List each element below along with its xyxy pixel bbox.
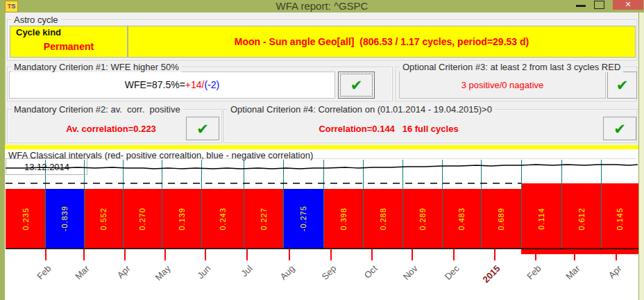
chart-bar: 0.114 (521, 183, 561, 254)
chart-gridline (442, 160, 443, 249)
chart-bar-value: 0.689 (497, 208, 505, 231)
app-icon: TS (5, 1, 18, 12)
checkmark-icon: ✔ (613, 122, 626, 136)
axis-month-label: Feb (18, 263, 53, 298)
chart-gridline (201, 160, 202, 249)
close-button[interactable]: ✕ (613, 0, 643, 10)
chart-gridline (244, 160, 244, 249)
checkmark-icon: ✔ (616, 78, 629, 92)
axis-tick (616, 249, 617, 260)
chart-gridline (402, 160, 403, 249)
chart-bar: 0.689 (481, 189, 521, 249)
criterion3-value-panel: 3 positive/0 nagative (399, 72, 606, 99)
wfa-intervals-chart: WFA Classical intervals (red- positive c… (5, 149, 638, 300)
criterion2-check-button[interactable]: ✔ (186, 117, 219, 140)
axis-month-label: Jul (219, 263, 254, 298)
checkmark-icon: ✔ (350, 78, 363, 92)
axis-month-label: Mar (56, 263, 91, 298)
chart-gridline (162, 160, 162, 249)
axis-tick (412, 249, 413, 260)
chart-gridline (123, 160, 124, 249)
criterion3-label: Optional Criterion #3: at least 2 from l… (400, 62, 623, 72)
wfe-value-black: WFE=87.5%= (125, 79, 185, 90)
chart-gridline (601, 160, 602, 249)
criterion2-value: Av. correlation=0.223 (28, 124, 194, 134)
chart-bar-value: 0.612 (577, 208, 586, 231)
chart-bar: 0.270 (123, 189, 162, 249)
chart-bar-value: -0.839 (60, 206, 69, 231)
axis-tick (124, 249, 126, 260)
window-title: WFA report: ^GSPC (0, 0, 644, 12)
axis-tick (330, 249, 332, 260)
chart-bar-value: 0.552 (99, 208, 108, 231)
price-line (6, 165, 638, 169)
axis-tick (164, 249, 166, 260)
chart-section-label: WFA Classical intervals (red- positive c… (8, 150, 313, 160)
chart-bar: 0.398 (323, 189, 363, 249)
chart-bar-value: 0.288 (379, 208, 387, 231)
criterion1-label: Mandatory Criterion #1: WFE higher 50% (11, 62, 182, 72)
criterion1-check-button[interactable]: ✔ (338, 72, 375, 99)
chart-bar: 0.612 (561, 183, 601, 254)
cycle-kind-box: Cycle kind Permanent (10, 26, 128, 58)
cycle-kind-value: Permanent (10, 41, 127, 52)
chart-bar-value: 0.139 (178, 208, 186, 231)
chart-bar: 0.483 (442, 189, 481, 249)
window-border-right (638, 12, 644, 300)
axis-month-label: Jun (178, 263, 212, 298)
axis-tick (45, 249, 46, 260)
axis-month-label: Feb (508, 263, 543, 298)
axis-month-label: 2015 (467, 263, 502, 298)
chart-bar-value: 0.114 (537, 208, 545, 230)
chart-bar-value: 0.243 (219, 208, 227, 231)
criterion4-label: Optional Criterion #4: Correlation on (0… (228, 104, 495, 115)
axis-month-label: May (137, 263, 172, 298)
chart-bar: 0.227 (244, 189, 283, 249)
chart-bar-value: -0.275 (299, 206, 307, 231)
chart-gridline (561, 160, 562, 249)
criterion3-check-button[interactable]: ✔ (607, 72, 637, 99)
axis-tick (453, 249, 455, 260)
chart-bar: 0.139 (162, 189, 201, 249)
date-annotation-box: 13.12.2014 (6, 158, 87, 175)
axis-tick (494, 249, 495, 260)
axis-tick (574, 249, 575, 260)
chart-bar: -0.839 (45, 189, 84, 249)
chart-bar: 0.288 (363, 189, 402, 249)
axis-month-label: Apr (588, 263, 623, 298)
astro-cycle-group-label: Astro cycle (11, 15, 61, 25)
minimize-button[interactable] (576, 5, 586, 7)
chart-gridline (521, 160, 522, 249)
axis-month-label: Mar (547, 263, 582, 298)
chart-bar-value: 0.227 (260, 208, 268, 231)
criterion4-check-button[interactable]: ✔ (603, 117, 636, 140)
chart-bar-value: 0.145 (616, 208, 624, 231)
axis-month-label: Dec (426, 263, 461, 298)
axis-tick (289, 249, 290, 260)
axis-month-label: Nov (384, 263, 419, 298)
chart-bar: 0.235 (6, 189, 45, 249)
axis-month-label: Sep (303, 263, 338, 298)
axis-month-label: Aug (262, 263, 296, 298)
chart-gridline (283, 160, 284, 249)
wfa-report-window: WFA report: ^GSPC TS ✕ Astro cycle Cycle… (0, 0, 644, 300)
chart-bar: 0.289 (402, 189, 442, 249)
chart-gridline (323, 160, 324, 249)
criterion4-value: Correlation=0.144 16 full cycles (285, 124, 493, 134)
axis-tick (535, 249, 536, 260)
axis-tick (205, 249, 206, 260)
chart-bar-value: 0.483 (457, 208, 466, 231)
chart-bar-value: 0.235 (22, 208, 30, 231)
chart-gridline (481, 160, 482, 249)
axis-tick (246, 249, 248, 260)
chart-bar: 0.243 (201, 189, 244, 249)
cycle-description-panel: Moon - Sun angle Geo[all] (806.53 / 1.17… (128, 26, 636, 58)
chart-bar: -0.275 (283, 189, 323, 249)
checkmark-icon: ✔ (196, 122, 209, 136)
chart-gridline (363, 160, 364, 249)
wfe-value-positive: +14/ (185, 79, 205, 90)
axis-month-label: Apr (97, 263, 132, 298)
maximize-button[interactable] (594, 1, 604, 9)
criterion2-label: Mandatory Criterion #2: av. corr. positi… (11, 104, 183, 115)
axis-month-label: Oct (344, 263, 379, 298)
